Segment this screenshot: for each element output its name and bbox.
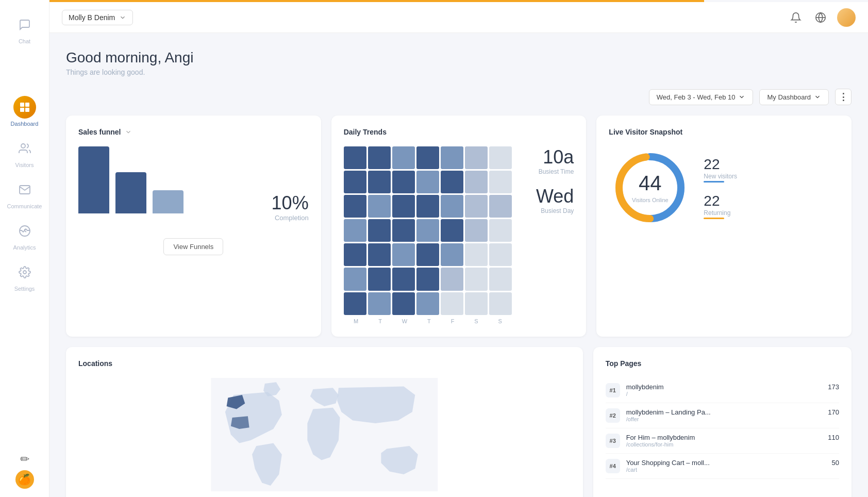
date-range-label: Wed, Feb 3 - Wed, Feb 10 <box>657 93 736 101</box>
heatmap-cell <box>392 243 415 266</box>
date-chevron-icon <box>738 93 745 101</box>
controls-row: Wed, Feb 3 - Wed, Feb 10 My Dashboard ⋮ <box>66 89 852 105</box>
heatmap-cell <box>368 243 391 266</box>
new-visitors-label: New visitors <box>704 173 737 180</box>
sales-funnel-title: Sales funnel <box>78 128 309 136</box>
svg-rect-3 <box>25 108 29 112</box>
heatmap-labels: M T W T F S S <box>344 318 512 324</box>
heatmap-cell <box>489 219 512 242</box>
trends-stats: 10a Busiest Time Wed Busiest Day <box>522 146 574 214</box>
page-count: 50 <box>832 459 839 467</box>
sidebar-item-dashboard[interactable]: Dashboard <box>0 91 49 132</box>
page-item[interactable]: #4 Your Shopping Cart – moll... /cart 50 <box>606 454 839 479</box>
sidebar-item-settings[interactable]: Settings <box>0 256 49 297</box>
sidebar-item-visitors[interactable]: Visitors <box>0 132 49 173</box>
store-name: Molly B Denim <box>69 13 115 22</box>
user-avatar[interactable] <box>837 8 856 27</box>
page-rank: #1 <box>606 383 620 397</box>
heatmap-cell <box>441 243 463 266</box>
heatmap-cell <box>465 171 488 193</box>
heatmap-cell <box>392 219 415 242</box>
sidebar-item-analytics[interactable]: Analytics <box>0 214 49 256</box>
new-visitors-bar <box>704 181 724 183</box>
notification-icon[interactable] <box>788 9 804 26</box>
heatmap-cell <box>416 171 439 193</box>
page-name: mollybdenim <box>626 383 822 391</box>
daily-trends-title: Daily Trends <box>344 128 574 136</box>
content-area: Good morning, Angi Things are looking go… <box>49 33 868 497</box>
returning-count: 22 <box>704 193 737 209</box>
page-name: mollybdenim – Landing Pa... <box>626 408 822 416</box>
heatmap-cell <box>392 195 415 218</box>
returning-label: Returning <box>704 209 737 217</box>
donut-center: 44 Visitors Online <box>632 172 669 204</box>
locations-title: Locations <box>78 359 571 368</box>
daily-trends-card: Daily Trends M T W T F S S <box>331 115 587 337</box>
live-visitor-title: Live Visitor Snapshot <box>609 128 839 136</box>
view-funnels-button[interactable]: View Funnels <box>163 238 223 255</box>
page-url: /cart <box>626 467 826 473</box>
more-options-button[interactable]: ⋮ <box>835 89 852 105</box>
live-visitor-card: Live Visitor Snapshot 44 <box>596 115 852 337</box>
page-item[interactable]: #3 For Him – mollybdenim /collections/fo… <box>606 428 839 454</box>
topbar-right <box>788 8 856 27</box>
busiest-time-label: Busiest Time <box>522 168 574 175</box>
page-info: mollybdenim / <box>626 383 822 397</box>
store-selector[interactable]: Molly B Denim <box>62 10 133 25</box>
sidebar-bottom: ✏ 🍊 <box>15 453 34 489</box>
visitor-total-label: Visitors Online <box>632 197 669 203</box>
returning-stat: 22 Returning <box>704 193 737 219</box>
visitor-total: 44 <box>632 172 669 195</box>
funnel-bar-1 <box>78 146 109 213</box>
page-url: / <box>626 391 822 397</box>
fruit-icon: 🍊 <box>15 470 34 489</box>
date-range-selector[interactable]: Wed, Feb 3 - Wed, Feb 10 <box>649 89 754 105</box>
dashboard-selector[interactable]: My Dashboard <box>759 89 829 105</box>
heatmap-cell <box>489 146 512 169</box>
dashboard-chevron-icon <box>814 93 821 101</box>
svg-point-8 <box>23 271 26 274</box>
busiest-day-value: Wed <box>522 186 574 207</box>
busiest-time-value: 10a <box>522 146 574 168</box>
heatmap-cell <box>441 195 463 218</box>
returning-bar <box>704 218 724 219</box>
heatmap-cell <box>392 146 415 169</box>
heatmap-cell <box>465 268 488 290</box>
page-name: For Him – mollybdenim <box>626 434 822 441</box>
heatmap-cell <box>368 268 391 290</box>
dashboard-avatar <box>13 96 36 119</box>
page-url: /collections/for-him <box>626 441 822 448</box>
heatmap-grid <box>344 146 512 315</box>
heatmap-cell <box>416 243 439 266</box>
globe-icon[interactable] <box>812 9 829 26</box>
new-visitors-count: 22 <box>704 156 737 173</box>
heatmap-cell <box>441 146 463 169</box>
top-pages-list: #1 mollybdenim / 173 #2 mollybdenim – La… <box>606 378 839 479</box>
sidebar: Chat Dashboard Visitor <box>0 0 49 497</box>
heatmap-cell <box>441 268 463 290</box>
sidebar-item-communicate[interactable]: Communicate <box>0 173 49 214</box>
sidebar-item-chat[interactable]: Chat <box>0 8 49 49</box>
sidebar-item-visitors-label: Visitors <box>15 162 34 168</box>
heatmap-cell <box>416 146 439 169</box>
heatmap-cell <box>465 146 488 169</box>
bottom-row: Locations <box>66 347 852 497</box>
heatmap-cell <box>465 219 488 242</box>
funnel-bar-2 <box>115 172 146 213</box>
page-count: 173 <box>828 383 839 391</box>
page-item[interactable]: #2 mollybdenim – Landing Pa... /offer 17… <box>606 403 839 428</box>
completion-percentage: 10% <box>272 192 309 214</box>
heatmap-cell <box>392 268 415 290</box>
heatmap-cell <box>416 219 439 242</box>
heatmap-cell <box>465 292 488 315</box>
page-url: /offer <box>626 416 822 422</box>
heatmap-cell <box>344 292 366 315</box>
page-rank: #4 <box>606 459 620 473</box>
heatmap-cell <box>344 146 366 169</box>
heatmap-cell <box>392 171 415 193</box>
heatmap-cell <box>368 219 391 242</box>
top-pages-card: Top Pages #1 mollybdenim / 173 #2 mollyb… <box>593 347 852 497</box>
page-item[interactable]: #1 mollybdenim / 173 <box>606 378 839 403</box>
heatmap-cell <box>465 243 488 266</box>
heatmap-cell <box>489 292 512 315</box>
